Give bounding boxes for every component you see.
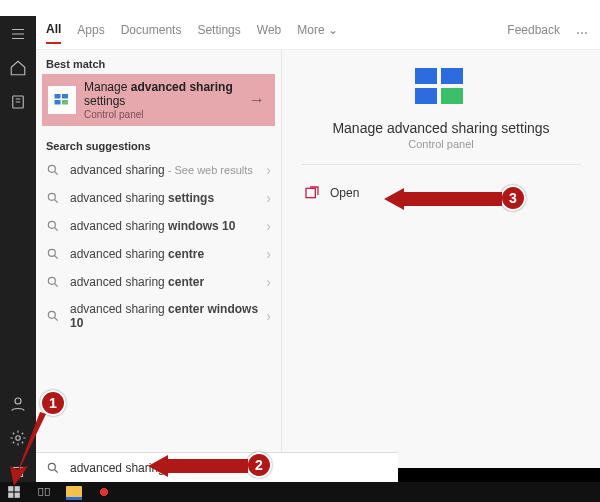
svg-rect-22 <box>8 493 13 498</box>
svg-point-13 <box>48 311 55 318</box>
svg-point-9 <box>48 193 55 200</box>
search-icon <box>46 275 60 289</box>
tab-apps[interactable]: Apps <box>77 23 104 43</box>
task-view-icon[interactable] <box>36 484 52 500</box>
svg-rect-16 <box>415 88 437 104</box>
svg-rect-24 <box>39 489 43 496</box>
start-sidebar <box>0 16 36 482</box>
more-options-icon[interactable]: ⋯ <box>576 26 590 40</box>
chevron-right-icon: › <box>266 246 271 262</box>
search-panel: All Apps Documents Settings Web More ⌄ F… <box>36 16 600 468</box>
svg-point-8 <box>48 165 55 172</box>
tab-all[interactable]: All <box>46 22 61 44</box>
search-tabs: All Apps Documents Settings Web More ⌄ F… <box>36 16 600 50</box>
file-explorer-icon[interactable] <box>66 484 82 500</box>
best-match-result[interactable]: Manage advanced sharing settings Control… <box>42 74 275 126</box>
open-icon <box>304 185 320 201</box>
suggestion-item[interactable]: advanced sharing center › <box>36 268 281 296</box>
home-icon[interactable] <box>8 58 28 78</box>
svg-point-19 <box>48 463 55 470</box>
chevron-down-icon: ⌄ <box>328 23 338 37</box>
search-icon <box>46 163 60 177</box>
suggestion-item[interactable]: advanced sharing windows 10 › <box>36 212 281 240</box>
suggestion-item[interactable]: advanced sharing settings › <box>36 184 281 212</box>
svg-rect-15 <box>441 68 463 84</box>
svg-rect-14 <box>415 68 437 84</box>
results-list: Best match Manage advanced sharing setti… <box>36 50 282 468</box>
best-match-label: Best match <box>36 50 281 74</box>
search-value: advanced sharing <box>70 461 165 475</box>
chevron-right-icon: › <box>266 308 271 324</box>
suggestion-item[interactable]: advanced sharing center windows 10 › <box>36 296 281 336</box>
search-icon <box>46 191 60 205</box>
svg-rect-7 <box>62 100 68 105</box>
result-detail: Manage advanced sharing settings Control… <box>282 50 600 468</box>
chevron-right-icon: › <box>266 162 271 178</box>
tab-settings[interactable]: Settings <box>197 23 240 43</box>
chevron-right-icon: › <box>266 274 271 290</box>
open-label: Open <box>330 186 359 200</box>
start-button[interactable] <box>6 484 22 500</box>
search-input[interactable]: advanced sharing <box>36 452 398 482</box>
svg-point-11 <box>48 249 55 256</box>
svg-rect-21 <box>15 486 20 491</box>
suggestions-label: Search suggestions <box>36 132 281 156</box>
tab-documents[interactable]: Documents <box>121 23 182 43</box>
recent-icon[interactable] <box>8 92 28 112</box>
svg-rect-25 <box>45 489 49 496</box>
search-icon <box>46 219 60 233</box>
open-button[interactable]: Open <box>282 179 600 207</box>
arrow-right-icon[interactable]: → <box>245 88 269 112</box>
search-icon <box>46 309 60 323</box>
app-icon[interactable] <box>96 484 112 500</box>
svg-point-1 <box>15 398 21 404</box>
detail-title: Manage advanced sharing settings <box>332 120 549 136</box>
control-panel-large-icon <box>411 64 471 108</box>
search-icon <box>46 247 60 261</box>
svg-rect-20 <box>8 486 13 491</box>
search-icon <box>46 461 60 475</box>
detail-subtitle: Control panel <box>408 138 473 150</box>
feedback-link[interactable]: Feedback <box>507 23 560 43</box>
suggestion-item[interactable]: advanced sharing centre › <box>36 240 281 268</box>
tab-web[interactable]: Web <box>257 23 281 43</box>
power-icon[interactable] <box>8 462 28 482</box>
svg-rect-3 <box>14 468 23 477</box>
svg-rect-5 <box>62 94 68 99</box>
suggestion-item[interactable]: advanced sharing - See web results › <box>36 156 281 184</box>
menu-icon[interactable] <box>8 24 28 44</box>
best-match-subtitle: Control panel <box>84 109 245 120</box>
chevron-right-icon: › <box>266 190 271 206</box>
best-match-title: Manage advanced sharing settings <box>84 80 245 109</box>
settings-icon[interactable] <box>8 428 28 448</box>
tab-more[interactable]: More ⌄ <box>297 23 338 43</box>
svg-rect-17 <box>441 88 463 104</box>
window-titlebar <box>0 0 600 16</box>
chevron-right-icon: › <box>266 218 271 234</box>
svg-point-2 <box>16 436 21 441</box>
svg-rect-6 <box>55 100 61 105</box>
svg-rect-23 <box>15 493 20 498</box>
taskbar <box>0 482 600 502</box>
divider <box>301 164 581 165</box>
account-icon[interactable] <box>8 394 28 414</box>
svg-point-12 <box>48 277 55 284</box>
svg-rect-4 <box>55 94 61 99</box>
control-panel-icon <box>48 86 76 114</box>
svg-rect-18 <box>306 188 315 197</box>
svg-point-10 <box>48 221 55 228</box>
